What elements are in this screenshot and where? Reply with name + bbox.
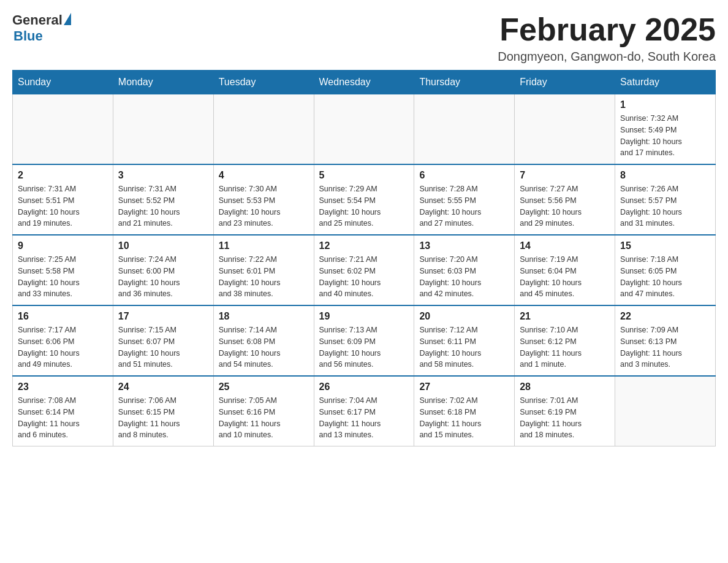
day-number: 9 [18, 240, 108, 251]
day-number: 1 [620, 99, 710, 110]
calendar-day-cell [213, 94, 314, 165]
day-number: 18 [219, 311, 309, 322]
calendar-day-cell: 3Sunrise: 7:31 AMSunset: 5:52 PMDaylight… [113, 164, 213, 235]
calendar-week-row: 9Sunrise: 7:25 AMSunset: 5:58 PMDaylight… [13, 235, 716, 305]
day-of-week-header: Saturday [615, 71, 716, 94]
day-number: 20 [419, 311, 509, 322]
day-of-week-header: Thursday [414, 71, 515, 94]
calendar-day-cell: 21Sunrise: 7:10 AMSunset: 6:12 PMDayligh… [515, 305, 615, 376]
calendar-day-cell: 22Sunrise: 7:09 AMSunset: 6:13 PMDayligh… [615, 305, 716, 376]
day-info: Sunrise: 7:01 AMSunset: 6:19 PMDaylight:… [520, 395, 610, 441]
day-info: Sunrise: 7:05 AMSunset: 6:16 PMDaylight:… [219, 395, 309, 441]
calendar-day-cell: 2Sunrise: 7:31 AMSunset: 5:51 PMDaylight… [13, 164, 113, 235]
day-number: 7 [520, 170, 610, 181]
day-info: Sunrise: 7:26 AMSunset: 5:57 PMDaylight:… [620, 183, 710, 229]
calendar-day-cell: 28Sunrise: 7:01 AMSunset: 6:19 PMDayligh… [515, 376, 615, 446]
day-number: 12 [319, 240, 409, 251]
day-info: Sunrise: 7:18 AMSunset: 6:05 PMDaylight:… [620, 254, 710, 300]
day-info: Sunrise: 7:13 AMSunset: 6:09 PMDaylight:… [319, 324, 409, 370]
logo-general-text: General [12, 12, 63, 28]
day-of-week-header: Friday [515, 71, 615, 94]
calendar-week-row: 2Sunrise: 7:31 AMSunset: 5:51 PMDaylight… [13, 164, 716, 235]
calendar-day-cell: 18Sunrise: 7:14 AMSunset: 6:08 PMDayligh… [213, 305, 314, 376]
day-number: 19 [319, 311, 409, 322]
day-number: 8 [620, 170, 710, 181]
day-number: 15 [620, 240, 710, 251]
calendar-day-cell [13, 94, 113, 165]
calendar-day-cell: 24Sunrise: 7:06 AMSunset: 6:15 PMDayligh… [113, 376, 213, 446]
day-number: 10 [118, 240, 208, 251]
calendar-week-row: 1Sunrise: 7:32 AMSunset: 5:49 PMDaylight… [13, 94, 716, 165]
calendar-day-cell: 11Sunrise: 7:22 AMSunset: 6:01 PMDayligh… [213, 235, 314, 305]
calendar-header-row: SundayMondayTuesdayWednesdayThursdayFrid… [13, 71, 716, 94]
calendar-day-cell: 23Sunrise: 7:08 AMSunset: 6:14 PMDayligh… [13, 376, 113, 446]
calendar-week-row: 16Sunrise: 7:17 AMSunset: 6:06 PMDayligh… [13, 305, 716, 376]
calendar-day-cell: 14Sunrise: 7:19 AMSunset: 6:04 PMDayligh… [515, 235, 615, 305]
day-number: 14 [520, 240, 610, 251]
day-info: Sunrise: 7:06 AMSunset: 6:15 PMDaylight:… [118, 395, 208, 441]
month-title: February 2025 [498, 12, 716, 47]
day-info: Sunrise: 7:24 AMSunset: 6:00 PMDaylight:… [118, 254, 208, 300]
day-info: Sunrise: 7:19 AMSunset: 6:04 PMDaylight:… [520, 254, 610, 300]
calendar-table: SundayMondayTuesdayWednesdayThursdayFrid… [12, 70, 716, 446]
day-info: Sunrise: 7:09 AMSunset: 6:13 PMDaylight:… [620, 324, 710, 370]
day-of-week-header: Tuesday [213, 71, 314, 94]
calendar-day-cell [314, 94, 414, 165]
day-number: 11 [219, 240, 309, 251]
calendar-day-cell: 19Sunrise: 7:13 AMSunset: 6:09 PMDayligh… [314, 305, 414, 376]
day-number: 17 [118, 311, 208, 322]
day-info: Sunrise: 7:25 AMSunset: 5:58 PMDaylight:… [18, 254, 108, 300]
day-info: Sunrise: 7:04 AMSunset: 6:17 PMDaylight:… [319, 395, 409, 441]
day-number: 21 [520, 311, 610, 322]
calendar-day-cell: 1Sunrise: 7:32 AMSunset: 5:49 PMDaylight… [615, 94, 716, 165]
calendar-day-cell [615, 376, 716, 446]
calendar-day-cell: 15Sunrise: 7:18 AMSunset: 6:05 PMDayligh… [615, 235, 716, 305]
day-number: 3 [118, 170, 208, 181]
calendar-day-cell: 5Sunrise: 7:29 AMSunset: 5:54 PMDaylight… [314, 164, 414, 235]
calendar-day-cell [113, 94, 213, 165]
calendar-day-cell: 16Sunrise: 7:17 AMSunset: 6:06 PMDayligh… [13, 305, 113, 376]
calendar-day-cell: 4Sunrise: 7:30 AMSunset: 5:53 PMDaylight… [213, 164, 314, 235]
day-info: Sunrise: 7:15 AMSunset: 6:07 PMDaylight:… [118, 324, 208, 370]
day-info: Sunrise: 7:10 AMSunset: 6:12 PMDaylight:… [520, 324, 610, 370]
calendar-day-cell: 27Sunrise: 7:02 AMSunset: 6:18 PMDayligh… [414, 376, 515, 446]
day-number: 25 [219, 381, 309, 393]
day-of-week-header: Sunday [13, 71, 113, 94]
page-header: General Blue February 2025 Dongmyeon, Ga… [12, 12, 716, 64]
title-section: February 2025 Dongmyeon, Gangwon-do, Sou… [498, 12, 716, 64]
day-info: Sunrise: 7:31 AMSunset: 5:51 PMDaylight:… [18, 183, 108, 229]
day-number: 2 [18, 170, 108, 181]
day-number: 23 [18, 381, 108, 393]
day-info: Sunrise: 7:20 AMSunset: 6:03 PMDaylight:… [419, 254, 509, 300]
day-number: 16 [18, 311, 108, 322]
day-info: Sunrise: 7:31 AMSunset: 5:52 PMDaylight:… [118, 183, 208, 229]
calendar-day-cell: 17Sunrise: 7:15 AMSunset: 6:07 PMDayligh… [113, 305, 213, 376]
calendar-day-cell [515, 94, 615, 165]
day-info: Sunrise: 7:21 AMSunset: 6:02 PMDaylight:… [319, 254, 409, 300]
calendar-day-cell: 6Sunrise: 7:28 AMSunset: 5:55 PMDaylight… [414, 164, 515, 235]
day-number: 13 [419, 240, 509, 251]
day-info: Sunrise: 7:28 AMSunset: 5:55 PMDaylight:… [419, 183, 509, 229]
day-number: 5 [319, 170, 409, 181]
logo: General Blue [12, 12, 71, 44]
logo-blue-text: Blue [13, 28, 43, 44]
day-info: Sunrise: 7:32 AMSunset: 5:49 PMDaylight:… [620, 113, 710, 159]
day-number: 27 [419, 381, 509, 393]
calendar-day-cell: 10Sunrise: 7:24 AMSunset: 6:00 PMDayligh… [113, 235, 213, 305]
day-info: Sunrise: 7:12 AMSunset: 6:11 PMDaylight:… [419, 324, 509, 370]
calendar-day-cell: 26Sunrise: 7:04 AMSunset: 6:17 PMDayligh… [314, 376, 414, 446]
logo-triangle-icon [64, 13, 71, 25]
day-info: Sunrise: 7:17 AMSunset: 6:06 PMDaylight:… [18, 324, 108, 370]
calendar-day-cell: 13Sunrise: 7:20 AMSunset: 6:03 PMDayligh… [414, 235, 515, 305]
day-of-week-header: Wednesday [314, 71, 414, 94]
calendar-day-cell: 12Sunrise: 7:21 AMSunset: 6:02 PMDayligh… [314, 235, 414, 305]
calendar-day-cell [414, 94, 515, 165]
day-info: Sunrise: 7:14 AMSunset: 6:08 PMDaylight:… [219, 324, 309, 370]
calendar-day-cell: 7Sunrise: 7:27 AMSunset: 5:56 PMDaylight… [515, 164, 615, 235]
day-info: Sunrise: 7:02 AMSunset: 6:18 PMDaylight:… [419, 395, 509, 441]
calendar-week-row: 23Sunrise: 7:08 AMSunset: 6:14 PMDayligh… [13, 376, 716, 446]
calendar-day-cell: 8Sunrise: 7:26 AMSunset: 5:57 PMDaylight… [615, 164, 716, 235]
day-number: 6 [419, 170, 509, 181]
day-number: 26 [319, 381, 409, 393]
calendar-day-cell: 25Sunrise: 7:05 AMSunset: 6:16 PMDayligh… [213, 376, 314, 446]
